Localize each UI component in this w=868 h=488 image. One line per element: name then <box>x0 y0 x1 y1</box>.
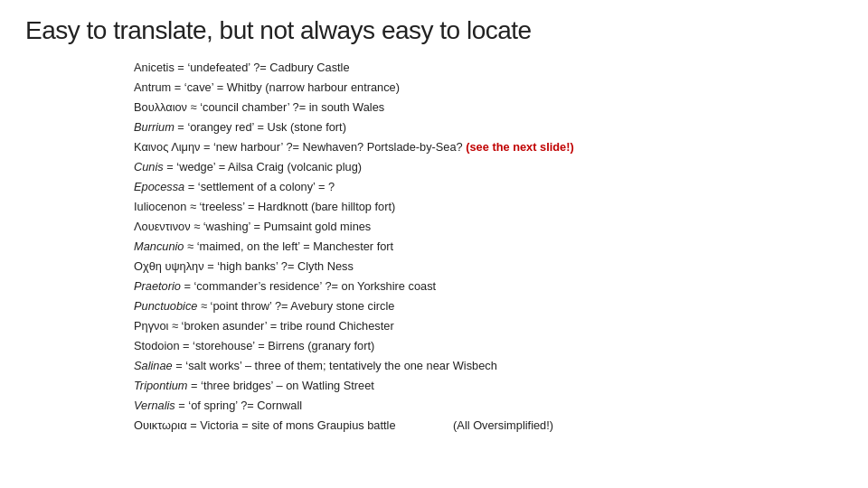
entry-key: Βουλλαιον <box>134 100 187 114</box>
list-item: Praetorio = ‘commander’s residence’ ?= o… <box>134 277 843 296</box>
entry-text: ≈ ‘point throw’ ?= Avebury stone circle <box>197 299 394 313</box>
entries-container: Anicetis = ‘undefeated’ ?= Cadbury Castl… <box>25 58 843 436</box>
list-item: Burrium = ‘orangey red’ = Usk (stone for… <box>134 117 843 137</box>
list-item: Epocessa = ‘settlement of a colony’ = ? <box>134 177 843 197</box>
entry-text: ≈ ‘council chamber’ ?= in south Wales <box>187 100 384 114</box>
entry-key: Antrum <box>134 80 171 94</box>
list-item: Tripontium = ‘three bridges’ – on Watlin… <box>134 376 843 396</box>
entry-key: Salinae <box>134 359 173 372</box>
list-item: Καινος Λιμην = ‘new harbour’ ?= Newhaven… <box>134 137 843 157</box>
list-item: Ουικτωρια = Victoria = site of mons Grau… <box>134 416 843 436</box>
entry-key: Ρηγνοι <box>134 319 168 333</box>
entry-text: ≈ ‘maimed, on the left’ = Manchester for… <box>184 239 394 253</box>
entry-key: Anicetis <box>134 61 175 74</box>
entry-text: ≈ ‘washing’ = Pumsaint gold mines <box>191 220 372 233</box>
entry-key: Stodoion <box>134 339 180 352</box>
list-item: Iuliocenon ≈ ‘treeless’ = Hardknott (bar… <box>134 197 843 217</box>
entry-text: = ‘three bridges’ – on Watling Street <box>188 379 374 392</box>
entry-text: = Victoria = site of mons Graupius battl… <box>187 418 396 432</box>
entry-text: = ‘salt works’ – three of them; tentativ… <box>173 359 497 372</box>
entry-text: = ‘new harbour’ ?= Newhaven? Portslade-b… <box>200 140 462 154</box>
entry-key: Cunis <box>134 160 164 174</box>
entry-key: Tripontium <box>134 379 188 392</box>
entry-key: Epocessa <box>134 180 184 193</box>
entry-key: Vernalis <box>134 399 175 412</box>
entry-key: Iuliocenon <box>134 200 186 213</box>
entry-key: Ουικτωρια <box>134 418 187 432</box>
entry-right-note: (All Oversimplified!) <box>450 418 553 432</box>
entry-text: ≈ ‘broken asunder’ = tribe round Chiches… <box>168 319 393 333</box>
entry-key: Καινος Λιμην <box>134 140 200 154</box>
list-item: Stodoion = ‘storehouse’ = Birrens (grana… <box>134 336 843 356</box>
entry-text: = ‘of spring’ ?= Cornwall <box>175 399 302 412</box>
entry-text: = ‘commander’s residence’ ?= on Yorkshir… <box>181 279 436 293</box>
entry-text: = ‘orangey red’ = Usk (stone fort) <box>175 120 346 134</box>
entry-key: Praetorio <box>134 279 181 293</box>
list-item: Punctuobice ≈ ‘point throw’ ?= Avebury s… <box>134 296 843 316</box>
entry-key: Burrium <box>134 120 175 134</box>
list-item: Salinae = ‘salt works’ – three of them; … <box>134 356 843 376</box>
entry-text: = ‘high banks’ ?= Clyth Ness <box>204 259 354 273</box>
entry-highlight: (see the next slide!) <box>463 140 574 154</box>
entry-key: Punctuobice <box>134 299 197 313</box>
list-item: Mancunio ≈ ‘maimed, on the left’ = Manch… <box>134 237 843 257</box>
list-item: Vernalis = ‘of spring’ ?= Cornwall <box>134 396 843 416</box>
entry-text: = ‘wedge’ = Ailsa Craig (volcanic plug) <box>164 160 362 174</box>
entry-text: ≈ ‘treeless’ = Hardknott (bare hilltop f… <box>186 200 395 213</box>
entry-text: = ‘undefeated’ ?= Cadbury Castle <box>175 61 350 74</box>
list-item: Antrum = ‘cave’ = Whitby (narrow harbour… <box>134 78 843 98</box>
entry-text: = ‘storehouse’ = Birrens (granary fort) <box>180 339 375 352</box>
list-item: Anicetis = ‘undefeated’ ?= Cadbury Castl… <box>134 58 843 78</box>
list-item: Cunis = ‘wedge’ = Ailsa Craig (volcanic … <box>134 157 843 177</box>
entry-key: Οχθη υψηλην <box>134 259 204 273</box>
page-title: Easy to translate, but not always easy t… <box>25 16 843 45</box>
list-item: Ρηγνοι ≈ ‘broken asunder’ = tribe round … <box>134 316 843 336</box>
entry-text: = ‘cave’ = Whitby (narrow harbour entran… <box>171 80 400 94</box>
entry-text: = ‘settlement of a colony’ = ? <box>184 180 335 193</box>
list-item: Οχθη υψηλην = ‘high banks’ ?= Clyth Ness <box>134 257 843 277</box>
entry-key: Mancunio <box>134 239 184 253</box>
entry-key: Λουεντινον <box>134 220 191 233</box>
list-item: Λουεντινον ≈ ‘washing’ = Pumsaint gold m… <box>134 217 843 237</box>
list-item: Βουλλαιον ≈ ‘council chamber’ ?= in sout… <box>134 98 843 117</box>
